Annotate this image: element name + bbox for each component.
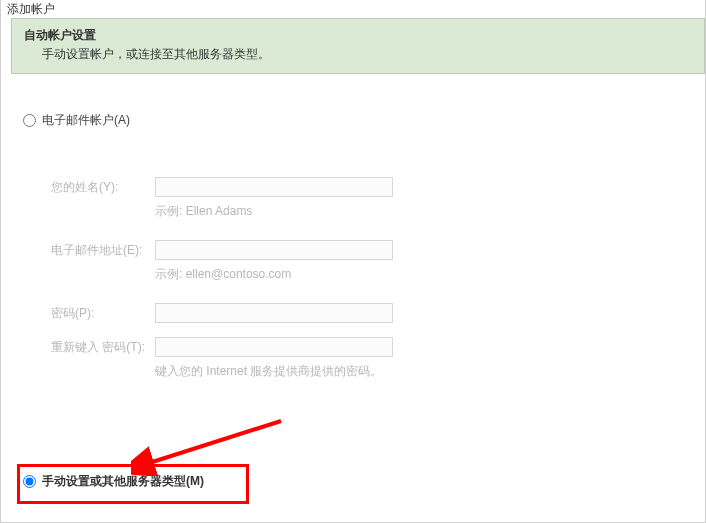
hint-email: 示例: ellen@contoso.com — [155, 264, 291, 283]
input-email — [155, 240, 393, 260]
content-area: 自动帐户设置 手动设置帐户，或连接至其他服务器类型。 电子邮件帐户(A) 您的姓… — [11, 18, 705, 522]
manual-option-wrap: 手动设置或其他服务器类型(M) — [23, 473, 204, 490]
label-email: 电子邮件地址(E): — [51, 242, 155, 259]
radio-email-account-input[interactable] — [23, 114, 36, 127]
svg-line-1 — [146, 421, 281, 464]
add-account-window: 添加帐户 自动帐户设置 手动设置帐户，或连接至其他服务器类型。 电子邮件帐户(A… — [0, 0, 706, 523]
hint-row-name: 示例: Ellen Adams — [51, 201, 705, 220]
row-name: 您的姓名(Y): — [51, 177, 705, 197]
input-name — [155, 177, 393, 197]
label-retype-password: 重新键入 密码(T): — [51, 339, 155, 356]
window-title: 添加帐户 — [1, 0, 705, 18]
row-password: 密码(P): — [51, 303, 705, 323]
label-name: 您的姓名(Y): — [51, 179, 155, 196]
row-email: 电子邮件地址(E): — [51, 240, 705, 260]
input-password — [155, 303, 393, 323]
hint-name: 示例: Ellen Adams — [155, 201, 252, 220]
radio-email-account-label: 电子邮件帐户(A) — [42, 112, 130, 129]
radio-manual-setup-input[interactable] — [23, 475, 36, 488]
input-retype-password — [155, 337, 393, 357]
row-retype-password: 重新键入 密码(T): — [51, 337, 705, 357]
radio-email-account[interactable]: 电子邮件帐户(A) — [23, 112, 705, 129]
radio-manual-setup-label: 手动设置或其他服务器类型(M) — [42, 473, 204, 490]
header-subtitle: 手动设置帐户，或连接至其他服务器类型。 — [24, 46, 692, 63]
label-password: 密码(P): — [51, 305, 155, 322]
radio-manual-setup[interactable]: 手动设置或其他服务器类型(M) — [23, 473, 204, 490]
hint-row-password: 键入您的 Internet 服务提供商提供的密码。 — [51, 361, 705, 380]
spacer-row-password — [51, 327, 705, 329]
hint-row-email: 示例: ellen@contoso.com — [51, 264, 705, 283]
body-area: 电子邮件帐户(A) 您的姓名(Y): 示例: Ellen Adams 电子邮件地… — [11, 74, 705, 380]
header-title: 自动帐户设置 — [24, 27, 692, 44]
hint-password: 键入您的 Internet 服务提供商提供的密码。 — [155, 361, 382, 380]
email-form-block: 您的姓名(Y): 示例: Ellen Adams 电子邮件地址(E): 示例: … — [51, 177, 705, 380]
annotation-arrow-icon — [131, 416, 291, 476]
header-banner: 自动帐户设置 手动设置帐户，或连接至其他服务器类型。 — [11, 18, 705, 74]
